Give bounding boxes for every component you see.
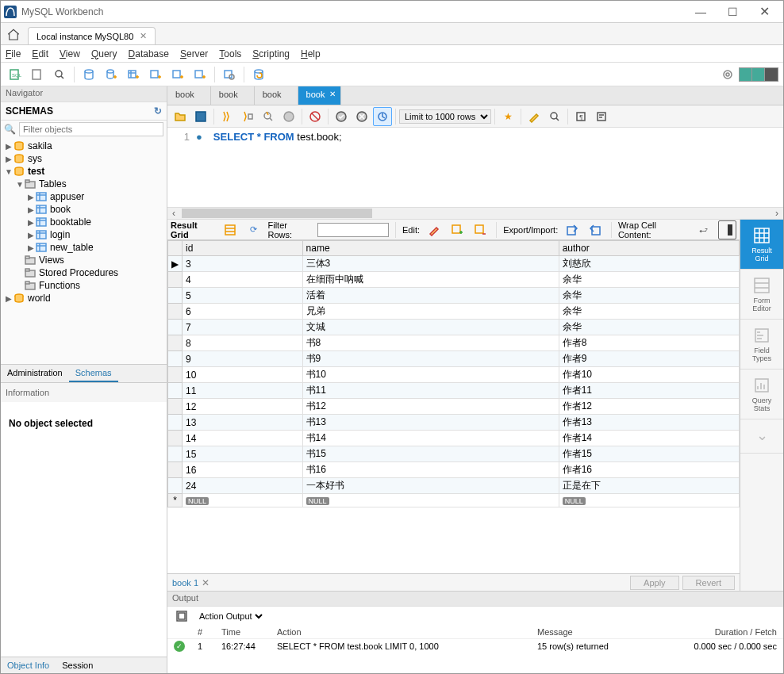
tree-item-book[interactable]: ▶book <box>1 203 167 216</box>
menu-help[interactable]: Help <box>301 48 321 59</box>
explain-icon[interactable] <box>259 107 278 126</box>
table-row[interactable]: 7文城余华 <box>168 320 740 335</box>
no-limit-icon[interactable] <box>306 107 325 126</box>
execute-current-icon[interactable] <box>238 107 257 126</box>
wrap-icon[interactable] <box>592 107 611 126</box>
execute-icon[interactable] <box>217 107 236 126</box>
stop-icon[interactable] <box>279 107 298 126</box>
tree-item-functions[interactable]: Functions <box>1 279 167 292</box>
nav-tab-schemas[interactable]: Schemas <box>69 365 118 382</box>
menu-view[interactable]: View <box>60 48 80 59</box>
tree-item-views[interactable]: Views <box>1 254 167 266</box>
output-type-select[interactable]: Action Output <box>196 611 265 622</box>
open-sql-icon[interactable] <box>28 65 47 84</box>
table-row[interactable]: 11书11作者11 <box>168 383 740 399</box>
close-icon[interactable]: ✕ <box>140 31 147 41</box>
tree-item-new_table[interactable]: ▶new_table <box>1 241 167 254</box>
table-row[interactable]: 12书12作者12 <box>168 399 740 415</box>
beautify-icon[interactable]: ★ <box>498 107 517 126</box>
tree-item-world[interactable]: ▶world <box>1 292 167 304</box>
apply-button[interactable]: Apply <box>630 576 679 590</box>
footer-tab-object-info[interactable]: Object Info <box>1 657 56 673</box>
brush-icon[interactable] <box>525 107 544 126</box>
maximize-button[interactable]: ☐ <box>717 1 748 23</box>
export-icon[interactable] <box>563 220 581 239</box>
table-row[interactable]: ▶3三体3刘慈欣 <box>168 256 740 272</box>
close-icon[interactable]: ✕ <box>202 577 209 588</box>
connection-tab[interactable]: Local instance MySQL80 ✕ <box>28 27 156 44</box>
output-grid[interactable]: #TimeActionMessageDuration / Fetch ✓ 1 1… <box>167 626 783 673</box>
table-row[interactable]: 24一本好书正是在下 <box>168 478 740 494</box>
rollback-icon[interactable] <box>352 107 371 126</box>
sql-tab[interactable]: book <box>255 86 298 105</box>
commit-icon[interactable] <box>332 107 351 126</box>
new-sql-icon[interactable]: SQL <box>6 65 25 84</box>
inspector-icon[interactable] <box>50 65 69 84</box>
autocommit-icon[interactable] <box>373 107 392 126</box>
table-row[interactable]: 9书9作者9 <box>168 351 740 367</box>
side-tab-query-stats[interactable]: QueryStats <box>740 370 783 419</box>
search-table-icon[interactable] <box>220 65 239 84</box>
save-icon[interactable] <box>191 107 210 126</box>
table-row[interactable]: 15书15作者15 <box>168 446 740 462</box>
table-row[interactable]: 8书8作者8 <box>168 335 740 351</box>
filter-icon[interactable]: ⟳ <box>244 220 263 239</box>
add-view-icon[interactable] <box>146 65 165 84</box>
refresh-icon[interactable]: ↻ <box>154 105 162 117</box>
sql-tab[interactable]: book <box>211 86 255 105</box>
table-row[interactable]: 6兄弟余华 <box>168 304 740 320</box>
open-file-icon[interactable] <box>171 107 190 126</box>
revert-button[interactable]: Revert <box>682 576 735 590</box>
chevron-down-icon[interactable]: ⌄ <box>740 419 783 454</box>
column-header[interactable]: author <box>559 241 739 256</box>
side-tab-field-types[interactable]: FieldTypes <box>740 320 783 370</box>
column-header[interactable]: id <box>183 241 303 256</box>
menu-database[interactable]: Database <box>129 48 169 59</box>
menu-file[interactable]: File <box>6 48 21 59</box>
table-row[interactable]: 10书10作者10 <box>168 367 740 383</box>
find-icon[interactable] <box>545 107 564 126</box>
menu-edit[interactable]: Edit <box>32 48 48 59</box>
db-icon[interactable] <box>79 65 98 84</box>
table-row[interactable]: 4在细雨中呐喊余华 <box>168 272 740 288</box>
import-icon[interactable] <box>586 220 605 239</box>
add-table-icon[interactable] <box>124 65 143 84</box>
nav-tab-administration[interactable]: Administration <box>1 365 69 382</box>
sql-editor[interactable]: 1●SELECT * FROM test.book; <box>167 128 783 207</box>
side-tab-result-grid[interactable]: ResultGrid <box>740 220 783 270</box>
tree-item-test[interactable]: ▼test <box>1 165 167 178</box>
add-row-icon[interactable] <box>448 220 466 239</box>
tree-item-tables[interactable]: ▼Tables <box>1 178 167 190</box>
settings-icon[interactable] <box>718 65 737 84</box>
minimize-button[interactable]: — <box>685 1 717 23</box>
tree-item-stored-procedures[interactable]: Stored Procedures <box>1 266 167 279</box>
close-button[interactable]: ✕ <box>748 1 780 23</box>
table-row[interactable]: 5活着余华 <box>168 288 740 304</box>
footer-tab-session[interactable]: Session <box>56 657 99 673</box>
table-row[interactable]: *NULLNULLNULL <box>168 494 740 507</box>
menu-scripting[interactable]: Scripting <box>252 48 290 59</box>
add-func-icon[interactable] <box>190 65 209 84</box>
sql-tab[interactable]: book✕ <box>298 86 342 105</box>
tree-item-login[interactable]: ▶login <box>1 228 167 241</box>
grid-rows-icon[interactable] <box>221 220 240 239</box>
limit-select[interactable]: Limit to 1000 rows <box>399 109 491 124</box>
filter-rows-input[interactable] <box>317 223 389 237</box>
tree-item-booktable[interactable]: ▶booktable <box>1 216 167 228</box>
table-row[interactable]: 16书16作者16 <box>168 462 740 478</box>
result-tab[interactable]: book 1 <box>172 578 198 588</box>
side-tab-form-editor[interactable]: FormEditor <box>740 270 783 320</box>
close-icon[interactable]: ✕ <box>329 90 336 98</box>
menu-query[interactable]: Query <box>91 48 117 59</box>
add-proc-icon[interactable] <box>168 65 187 84</box>
reconnect-icon[interactable] <box>249 65 268 84</box>
tree-item-sys[interactable]: ▶sys <box>1 152 167 165</box>
result-grid[interactable]: idnameauthor▶3三体3刘慈欣4在细雨中呐喊余华5活着余华6兄弟余华7… <box>167 240 740 573</box>
delete-row-icon[interactable] <box>471 220 490 239</box>
edit-icon[interactable] <box>425 220 443 239</box>
column-header[interactable]: name <box>302 241 559 256</box>
tree-item-appuser[interactable]: ▶appuser <box>1 190 167 203</box>
filter-input[interactable] <box>19 122 163 136</box>
wrap-cell-icon[interactable]: ⮐ <box>694 220 713 239</box>
invisible-icon[interactable]: ¶ <box>571 107 590 126</box>
